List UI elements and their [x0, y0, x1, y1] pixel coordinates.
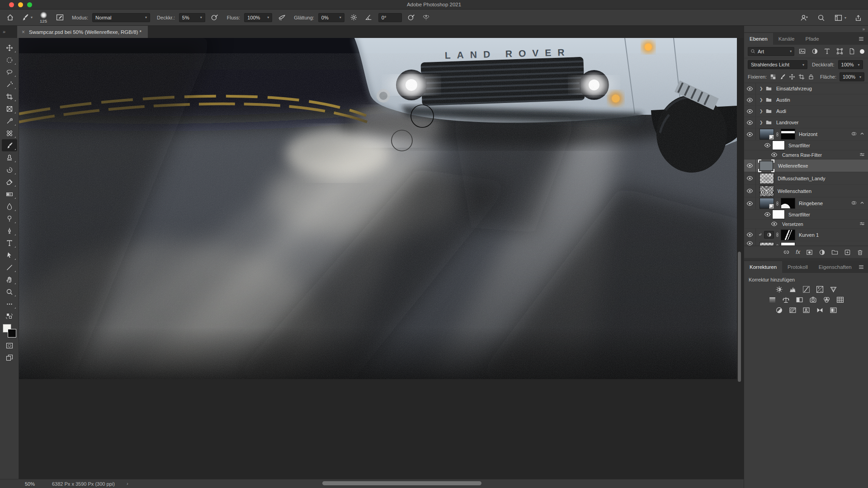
- brush-settings-panel-toggle[interactable]: [54, 12, 65, 23]
- tab-ebenen[interactable]: Ebenen: [744, 33, 773, 45]
- layer-visibility-eye-icon[interactable]: [744, 241, 756, 245]
- filter-blend-options-icon[interactable]: [859, 221, 865, 228]
- layer-fill-select[interactable]: 100%▾: [840, 72, 864, 81]
- tab-close-icon[interactable]: ×: [22, 29, 25, 35]
- filter-kind-image-icon[interactable]: [798, 48, 807, 55]
- tab-overflow-chevron[interactable]: »: [3, 29, 5, 34]
- tool-pen[interactable]: [2, 225, 17, 237]
- layer-row-versetzen[interactable]: Versetzen: [744, 220, 868, 229]
- layer-row-ringebene[interactable]: Ringebene: [744, 197, 868, 210]
- layer-blend-mode-select[interactable]: Strahlendes Licht▾: [748, 60, 807, 69]
- layer-visibility-eye-icon[interactable]: [744, 94, 756, 105]
- layer-visibility-eye-icon[interactable]: [744, 106, 756, 117]
- smart-filter-mask-thumbnail[interactable]: [772, 210, 785, 219]
- adjustment-threshold-icon[interactable]: [802, 306, 810, 314]
- adjustment-brightness-contrast-icon[interactable]: [775, 286, 783, 293]
- adjustment-levels-icon[interactable]: [789, 286, 797, 293]
- layer-mask-thumbnail[interactable]: [781, 242, 795, 246]
- airbrush-icon[interactable]: [276, 12, 287, 23]
- layer-row-horizont[interactable]: Horizont: [744, 128, 868, 141]
- tool-blur[interactable]: [2, 200, 17, 212]
- smart-filter-icon[interactable]: [851, 200, 857, 207]
- panel-collapse-chevron[interactable]: »: [862, 27, 865, 32]
- layer-visibility-eye-icon[interactable]: [744, 117, 756, 128]
- adjustment-curves-icon[interactable]: [802, 286, 810, 293]
- tool-clone-stamp[interactable]: [2, 151, 17, 164]
- tool-dodge[interactable]: [2, 212, 17, 225]
- smart-filter-mask-thumbnail[interactable]: [772, 141, 785, 150]
- tool-path-selection[interactable]: [2, 249, 17, 261]
- layer-visibility-eye-icon[interactable]: [744, 185, 756, 197]
- zoom-level-field[interactable]: 50%: [25, 481, 35, 487]
- canvas-horizontal-scrollbar[interactable]: [322, 481, 481, 485]
- layer-effects-icon[interactable]: fx: [796, 249, 800, 255]
- smart-object-thumbnail[interactable]: [760, 198, 774, 209]
- tool-frame[interactable]: [2, 103, 17, 115]
- tool-magic-wand[interactable]: [2, 78, 17, 90]
- smoothing-select[interactable]: 0%▾: [318, 13, 344, 22]
- layer-search-field[interactable]: Art ▾: [748, 47, 794, 56]
- new-group-icon[interactable]: [831, 249, 838, 256]
- layer-thumbnail[interactable]: [760, 186, 774, 197]
- lock-transparent-pixels-icon[interactable]: [770, 74, 776, 80]
- share-icon[interactable]: [853, 12, 863, 23]
- adjustment-vibrance-icon[interactable]: [830, 286, 837, 293]
- layer-mask-thumbnail[interactable]: [781, 129, 795, 140]
- layer-mask-thumbnail[interactable]: [781, 198, 795, 209]
- pressure-opacity-icon[interactable]: [209, 12, 220, 23]
- filter-kind-type-icon[interactable]: [823, 48, 831, 55]
- add-layer-mask-icon[interactable]: [806, 249, 813, 256]
- layer-row-einsatzfahrzeug[interactable]: ❯Einsatzfahrzeug: [744, 83, 868, 94]
- opacity-select[interactable]: 5%▾: [179, 13, 205, 22]
- layer-opacity-select[interactable]: 100%▾: [838, 60, 863, 69]
- tool-gradient[interactable]: [2, 188, 17, 200]
- document-tab[interactable]: × Swampcar.psd bei 50% (Wellenreflexe, R…: [17, 26, 148, 38]
- filter-kind-adjustment-icon[interactable]: [811, 48, 819, 55]
- collapse-filters-chevron[interactable]: [859, 131, 865, 138]
- adjustment-mask-thumbnail[interactable]: [781, 230, 795, 240]
- mask-link-icon[interactable]: [775, 231, 780, 238]
- search-icon[interactable]: [816, 12, 827, 23]
- tool-zoom[interactable]: [2, 286, 17, 298]
- layer-filter-toggle[interactable]: [860, 49, 864, 54]
- adjustments-menu-icon[interactable]: [858, 264, 864, 271]
- layer-visibility-eye-icon[interactable]: [744, 128, 756, 140]
- filter-kind-shape-icon[interactable]: [835, 48, 844, 55]
- smart-filter-icon[interactable]: [851, 131, 857, 138]
- tool-lasso[interactable]: [2, 66, 17, 78]
- adjustment-posterize-icon[interactable]: [789, 306, 797, 314]
- group-expand-chevron[interactable]: ❯: [760, 86, 764, 91]
- tool-brush[interactable]: [2, 139, 17, 151]
- symmetry-icon[interactable]: [421, 12, 432, 23]
- brush-angle-field[interactable]: 0°: [378, 13, 402, 22]
- mask-link-icon[interactable]: [775, 200, 780, 207]
- link-layers-icon[interactable]: [783, 249, 790, 256]
- tool-crop[interactable]: [2, 90, 17, 103]
- tool-move[interactable]: [2, 42, 17, 54]
- smart-object-thumbnail[interactable]: [760, 129, 774, 140]
- layer-thumbnail[interactable]: [760, 173, 774, 184]
- layer-row-camera-raw-filter[interactable]: Camera Raw-Filter: [744, 150, 868, 160]
- tab-kanäle[interactable]: Kanäle: [773, 33, 800, 45]
- layer-row-wellenreflexe[interactable]: Wellenreflexe: [744, 160, 868, 172]
- adjustment-invert-icon[interactable]: [775, 306, 783, 314]
- tool-type[interactable]: [2, 237, 17, 249]
- tab-eigenschaften[interactable]: Eigenschaften: [813, 261, 857, 273]
- workspace-switcher[interactable]: ▾: [833, 12, 846, 23]
- adjustment-photo-filter-icon[interactable]: [809, 296, 817, 304]
- layer-row-wellenschatten[interactable]: Wellenschatten: [744, 185, 868, 197]
- layer-row-smartfilter[interactable]: Smartfilter: [744, 210, 868, 220]
- adjustment-color-lookup-icon[interactable]: [836, 296, 844, 304]
- group-expand-chevron[interactable]: ❯: [760, 98, 764, 102]
- screen-mode-icon[interactable]: [2, 352, 17, 364]
- layer-row-kurven-1[interactable]: Kurven 1: [744, 229, 868, 241]
- adjustment-black-white-icon[interactable]: [796, 296, 803, 304]
- canvas-area[interactable]: LAND ROVER: [19, 38, 744, 479]
- tool-eyedropper[interactable]: [2, 115, 17, 127]
- adjustment-exposure-icon[interactable]: [816, 286, 824, 293]
- document-canvas[interactable]: LAND ROVER: [19, 38, 737, 379]
- layer-row-landrover[interactable]: ❯Landrover: [744, 117, 868, 128]
- quick-mask-icon[interactable]: [2, 339, 17, 352]
- tool-line[interactable]: [2, 261, 17, 273]
- adjustment-color-balance-icon[interactable]: [782, 296, 790, 304]
